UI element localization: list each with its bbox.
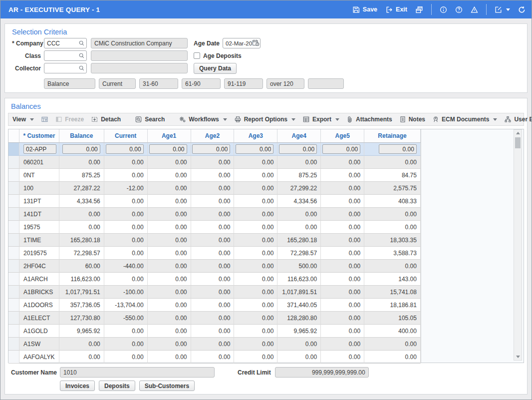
deposits-button[interactable]: Deposits bbox=[99, 381, 135, 391]
table-row[interactable] bbox=[8, 143, 421, 156]
value-cell[interactable]: 400.00 bbox=[364, 325, 421, 338]
value-cell[interactable]: 0.00 bbox=[104, 208, 148, 221]
workflows-button[interactable]: Workflows bbox=[179, 116, 227, 123]
value-cell[interactable]: 0.00 bbox=[234, 312, 277, 325]
scroll-down-icon[interactable] bbox=[516, 356, 520, 358]
scrollbar-thumb[interactable] bbox=[515, 137, 521, 148]
value-cell[interactable]: 0.00 bbox=[321, 273, 364, 286]
value-cell[interactable]: 9,965.92 bbox=[59, 325, 104, 338]
value-cell[interactable]: 0.00 bbox=[234, 260, 277, 273]
value-cell[interactable]: 0.00 bbox=[277, 351, 321, 364]
customer-input[interactable] bbox=[23, 144, 56, 154]
table-row[interactable]: A1SW0.000.000.000.000.000.000.000.00 bbox=[8, 338, 421, 351]
table-row[interactable]: A1BRICKS1,017,791.51-100.000.000.000.001… bbox=[8, 286, 421, 299]
value-cell[interactable]: 0.00 bbox=[59, 208, 104, 221]
value-cell[interactable]: 0.00 bbox=[321, 247, 364, 260]
warning-button[interactable] bbox=[471, 6, 478, 13]
value-cell[interactable]: 0.00 bbox=[364, 221, 421, 234]
value-cell[interactable]: 0.00 bbox=[104, 247, 148, 260]
column-header-retainage[interactable]: Retainage bbox=[364, 129, 421, 142]
value-cell[interactable]: 72,298.57 bbox=[277, 247, 321, 260]
value-cell[interactable]: 0.00 bbox=[104, 234, 148, 247]
value-cell[interactable]: 0.00 bbox=[234, 247, 277, 260]
value-cell[interactable]: 0.00 bbox=[321, 156, 364, 169]
value-cell[interactable]: 0.00 bbox=[321, 338, 364, 351]
value-cell[interactable]: 165,280.18 bbox=[59, 234, 104, 247]
row-selector-cell[interactable] bbox=[8, 351, 19, 364]
customer-cell[interactable] bbox=[19, 143, 59, 156]
value-cell[interactable]: 0.00 bbox=[277, 221, 321, 234]
value-cell[interactable]: 0.00 bbox=[191, 260, 235, 273]
column-header-age2[interactable]: Age2 bbox=[191, 129, 235, 142]
customer-cell[interactable]: A1BRICKS bbox=[19, 286, 59, 299]
value-cell[interactable]: 0.00 bbox=[59, 221, 104, 234]
value-cell[interactable]: 4,334.56 bbox=[277, 195, 321, 208]
value-cell[interactable]: 0.00 bbox=[321, 195, 364, 208]
value-cell[interactable]: 0.00 bbox=[321, 299, 364, 312]
value-cell[interactable]: 9,965.92 bbox=[277, 325, 321, 338]
value-cell[interactable]: 500.00 bbox=[277, 260, 321, 273]
value-cell[interactable]: -100.00 bbox=[104, 286, 148, 299]
value-cell[interactable]: 0.00 bbox=[148, 195, 191, 208]
value-cell[interactable]: 0.00 bbox=[321, 221, 364, 234]
customer-cell[interactable]: 131PT bbox=[19, 195, 59, 208]
value-cell[interactable]: 0.00 bbox=[148, 247, 191, 260]
row-selector-cell[interactable] bbox=[8, 234, 19, 247]
value-cell[interactable]: 0.00 bbox=[191, 247, 235, 260]
value-cell[interactable]: 0.00 bbox=[104, 273, 148, 286]
table-row[interactable]: A1ELECT127,730.80-550.000.000.000.00128,… bbox=[8, 312, 421, 325]
value-cell[interactable]: 0.00 bbox=[148, 234, 191, 247]
customer-cell[interactable]: 060201 bbox=[19, 156, 59, 169]
export-button[interactable]: Export bbox=[302, 116, 339, 123]
value-cell[interactable]: 127,730.80 bbox=[59, 312, 104, 325]
age-deposits-checkbox[interactable] bbox=[194, 52, 200, 59]
value-cell[interactable]: 0.00 bbox=[148, 351, 191, 364]
value-cell[interactable]: 0.00 bbox=[321, 169, 364, 182]
value-cell[interactable]: 0.00 bbox=[104, 338, 148, 351]
value-cell[interactable]: 0.00 bbox=[191, 156, 235, 169]
value-cell[interactable]: -550.00 bbox=[104, 312, 148, 325]
table-row[interactable]: 195750.000.000.000.000.000.000.000.00 bbox=[8, 221, 421, 234]
value-cell[interactable]: 408.33 bbox=[364, 195, 421, 208]
table-row[interactable]: 131PT4,334.560.000.000.000.004,334.560.0… bbox=[8, 195, 421, 208]
row-selector-cell[interactable] bbox=[8, 312, 19, 325]
value-input[interactable] bbox=[279, 144, 317, 154]
value-cell[interactable]: 0.00 bbox=[191, 299, 235, 312]
value-cell[interactable]: 0.00 bbox=[191, 273, 235, 286]
row-selector-cell[interactable] bbox=[8, 195, 19, 208]
value-cell[interactable]: 60.00 bbox=[59, 260, 104, 273]
value-cell[interactable]: 0.00 bbox=[148, 312, 191, 325]
view-button[interactable]: View bbox=[12, 116, 34, 123]
table-row[interactable]: 1TIME165,280.180.000.000.000.00165,280.1… bbox=[8, 234, 421, 247]
value-cell[interactable]: 0.00 bbox=[148, 286, 191, 299]
customer-cell[interactable]: 100 bbox=[19, 182, 59, 195]
exit-button[interactable]: Exit bbox=[385, 6, 407, 13]
value-cell[interactable] bbox=[59, 143, 104, 156]
value-cell[interactable]: 0.00 bbox=[234, 208, 277, 221]
value-cell[interactable] bbox=[148, 143, 191, 156]
value-input[interactable] bbox=[106, 144, 144, 154]
value-cell[interactable]: -12.00 bbox=[104, 182, 148, 195]
value-cell[interactable]: 0.00 bbox=[191, 195, 235, 208]
value-input[interactable] bbox=[322, 144, 360, 154]
row-selector-cell[interactable] bbox=[8, 325, 19, 338]
value-cell[interactable]: 116,623.00 bbox=[277, 273, 321, 286]
value-cell[interactable]: 0.00 bbox=[321, 208, 364, 221]
value-cell[interactable]: 0.00 bbox=[148, 221, 191, 234]
customer-cell[interactable]: 1TIME bbox=[19, 234, 59, 247]
table-row[interactable]: 2HF04C60.00-440.000.000.000.00500.000.00… bbox=[8, 260, 421, 273]
row-selector-cell[interactable] bbox=[8, 143, 19, 156]
value-cell[interactable]: 0.00 bbox=[191, 286, 235, 299]
value-cell[interactable]: 105.05 bbox=[364, 312, 421, 325]
row-selector-cell[interactable] bbox=[8, 221, 19, 234]
table-row[interactable]: 141DT0.000.000.000.000.000.000.000.00 bbox=[8, 208, 421, 221]
search-button[interactable]: Search bbox=[135, 116, 165, 123]
value-cell[interactable]: 128,280.80 bbox=[277, 312, 321, 325]
value-cell[interactable]: 0.00 bbox=[148, 182, 191, 195]
date-picker-icon[interactable] bbox=[252, 39, 260, 47]
value-cell[interactable]: -13,704.00 bbox=[104, 299, 148, 312]
row-selector-cell[interactable] bbox=[8, 169, 19, 182]
refresh-button[interactable] bbox=[518, 6, 526, 13]
value-cell[interactable]: 27,287.22 bbox=[59, 182, 104, 195]
value-cell[interactable]: 0.00 bbox=[148, 299, 191, 312]
